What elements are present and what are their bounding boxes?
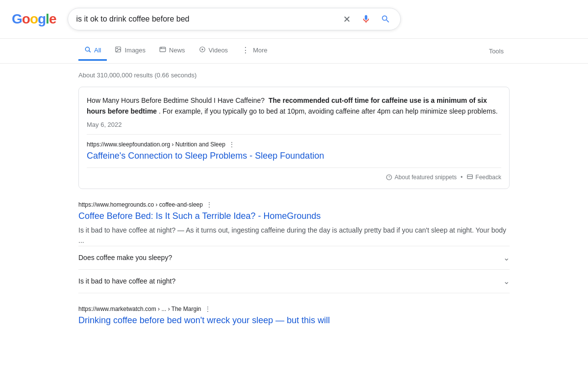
snippet-body: How Many Hours Before Bedtime Should I H… [87,95,501,117]
snippet-date: May 6, 2022 [87,121,501,128]
snippet-footer-divider [87,167,501,168]
result-item-homegrounds: https://www.homegrounds.co › coffee-and-… [78,201,510,293]
about-snippets-label: About featured snippets [394,174,457,181]
news-tab-icon [159,46,166,54]
snippet-footer: ? About featured snippets • Feedback [87,174,501,181]
search-input-row [68,8,401,30]
tab-more[interactable]: ⋮ More [236,41,273,61]
search-input[interactable] [76,15,341,24]
result-item-marketwatch: https://www.marketwatch.com › ... › The … [78,305,510,326]
results-count: About 310,000,000 results (0.66 seconds) [78,71,510,79]
svg-rect-4 [160,47,166,51]
logo-letter-l: l [46,11,49,27]
logo-letter-o1: o [22,11,30,27]
tab-news[interactable]: News [153,41,191,61]
about-snippets[interactable]: ? About featured snippets [386,174,457,181]
svg-point-3 [117,48,118,49]
homegrounds-more-dots[interactable]: ⋮ [206,201,213,209]
search-bar-wrapper [68,8,401,30]
snippet-more-dots[interactable]: ⋮ [228,141,235,148]
question-circle-icon: ? [386,174,392,181]
tools-button[interactable]: Tools [483,43,510,60]
nav-tabs: All Images News Videos ⋮ More Tools [0,39,588,64]
homegrounds-title[interactable]: Coffee Before Bed: Is It Such a Terrible… [78,211,510,222]
svg-text:?: ? [389,176,391,179]
featured-snippet: How Many Hours Before Bedtime Should I H… [78,87,510,189]
snippet-divider [87,134,501,135]
svg-point-0 [85,47,89,51]
snippet-text-before: How Many Hours Before Bedtime Should I H… [87,96,265,104]
feedback-label: Feedback [475,174,501,181]
voice-search-button[interactable] [359,12,373,26]
logo-letter-g: G [12,11,22,27]
marketwatch-url-row: https://www.marketwatch.com › ... › The … [78,305,510,313]
chevron-down-icon-2: ⌄ [503,277,510,286]
snippet-url-row: https://www.sleepfoundation.org › Nutrit… [87,141,501,148]
header: Google [0,0,588,39]
logo-letter-g2: g [38,11,46,27]
search-icons [341,12,392,26]
svg-marker-8 [201,48,203,51]
clear-icon [343,15,351,24]
expand-question-2[interactable]: Is it bad to have coffee at night? ⌄ [78,269,510,293]
footer-dot: • [461,174,463,181]
marketwatch-title[interactable]: Drinking coffee before bed won't wreck y… [78,315,510,326]
tab-images-label: Images [124,47,146,54]
all-tab-icon [84,46,91,54]
feedback-icon [466,174,473,181]
question-1-text: Does coffee make you sleepy? [78,254,172,261]
results-area: About 310,000,000 results (0.66 seconds)… [0,64,588,346]
chevron-down-icon-1: ⌄ [503,253,510,262]
tab-more-label: More [253,47,268,54]
logo-letter-o2: o [30,11,38,27]
tab-videos-label: Videos [209,47,228,54]
homegrounds-description: Is it bad to have coffee at night? — As … [78,225,510,246]
marketwatch-url: https://www.marketwatch.com › ... › The … [78,306,201,312]
videos-tab-icon [199,46,206,54]
marketwatch-more-dots[interactable]: ⋮ [204,305,211,313]
expand-question-1[interactable]: Does coffee make you sleepy? ⌄ [78,246,510,269]
question-2-text: Is it bad to have coffee at night? [78,277,175,285]
more-tab-icon: ⋮ [242,46,250,55]
snippet-text-after: . For example, if you typically go to be… [159,107,498,115]
mic-icon [361,14,371,24]
homegrounds-url: https://www.homegrounds.co › coffee-and-… [78,201,203,208]
google-logo[interactable]: Google [12,11,56,27]
search-icon [381,14,391,24]
search-submit-button[interactable] [379,12,392,26]
tab-news-label: News [169,47,185,54]
tab-all-label: All [94,47,101,54]
feedback-button[interactable]: Feedback [466,174,501,181]
logo-letter-e: e [49,11,56,27]
images-tab-icon [115,46,122,54]
tab-videos[interactable]: Videos [193,41,234,61]
homegrounds-url-row: https://www.homegrounds.co › coffee-and-… [78,201,510,209]
tab-images[interactable]: Images [109,41,151,61]
snippet-url: https://www.sleepfoundation.org › Nutrit… [87,141,225,148]
clear-button[interactable] [341,13,353,25]
tab-all[interactable]: All [78,41,107,61]
svg-line-1 [89,51,91,52]
snippet-title[interactable]: Caffeine's Connection to Sleep Problems … [87,150,501,162]
